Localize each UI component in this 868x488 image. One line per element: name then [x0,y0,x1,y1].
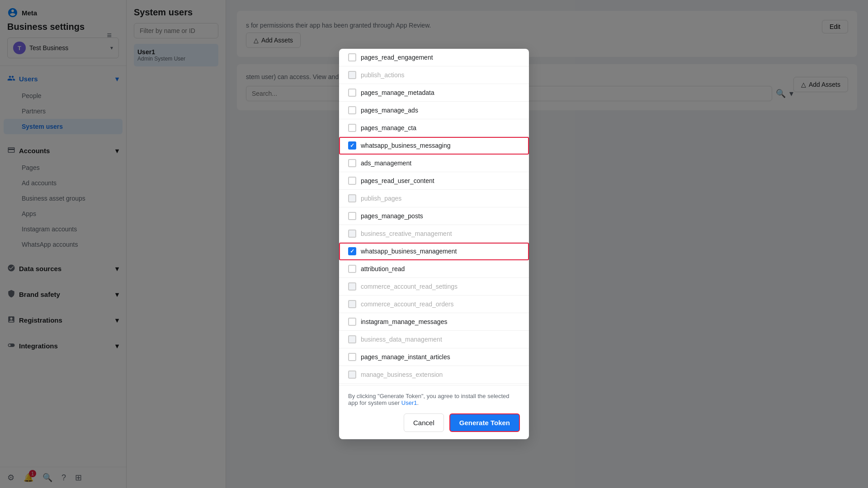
permission-item: pages_manage_posts [339,207,529,225]
permission-checkbox[interactable] [348,282,356,291]
permission-label: whatsapp_business_messaging [361,142,450,149]
permission-item: commerce_account_read_orders [339,296,529,313]
permission-item: pages_read_user_content [339,172,529,190]
permission-item: ads_management [339,155,529,172]
permission-checkbox[interactable] [348,194,356,202]
permission-label: attribution_read [361,265,405,272]
permission-checkbox[interactable] [348,89,356,97]
permission-item: whatsapp_business_management [339,243,529,260]
permission-checkbox[interactable] [348,265,356,273]
modal-footer: By clicking "Generate Token", you agree … [339,385,529,439]
footer-suffix: . [417,399,419,406]
permission-checkbox[interactable] [348,371,356,379]
modal-overlay: pages_read_engagementpublish_actionspage… [0,0,868,488]
permission-item: instagram_manage_messages [339,313,529,331]
permission-item: pages_manage_cta [339,119,529,137]
permission-item: pages_read_engagement [339,49,529,66]
permission-item: pages_manage_instant_articles [339,348,529,366]
footer-user-link[interactable]: User1 [401,399,417,406]
modal-actions: Cancel Generate Token [348,413,520,432]
permission-label: pages_manage_metadata [361,89,434,96]
permission-label: pages_read_engagement [361,54,433,61]
permission-checkbox[interactable] [348,71,356,79]
permission-checkbox[interactable] [348,53,356,61]
permission-checkbox[interactable] [348,318,356,326]
cancel-button[interactable]: Cancel [404,413,444,432]
permission-checkbox[interactable] [348,247,356,255]
permission-label: commerce_account_read_settings [361,283,458,290]
permission-label: pages_manage_cta [361,124,416,131]
permission-checkbox[interactable] [348,300,356,308]
permission-item: attribution_read [339,260,529,278]
permission-checkbox[interactable] [348,335,356,343]
permission-label: whatsapp_business_management [361,248,457,255]
permission-item: publish_pages [339,190,529,207]
permission-item: pages_manage_metadata [339,84,529,102]
permission-label: commerce_account_read_orders [361,300,453,308]
permission-label: publish_pages [361,195,401,202]
permission-item: pages_manage_ads [339,102,529,119]
permissions-modal: pages_read_engagementpublish_actionspage… [339,49,529,439]
permission-item: business_creative_management [339,225,529,243]
footer-prefix: By clicking "Generate Token", you agree … [348,393,509,406]
modal-footer-text: By clicking "Generate Token", you agree … [348,393,520,406]
permission-label: ads_management [361,160,411,167]
permission-checkbox[interactable] [348,106,356,114]
permission-checkbox[interactable] [348,177,356,185]
permission-label: instagram_manage_messages [361,318,447,325]
permission-checkbox[interactable] [348,141,356,150]
permission-label: manage_business_extension [361,371,443,378]
permission-label: pages_read_user_content [361,177,434,184]
permission-label: publish_actions [361,71,405,79]
permission-checkbox[interactable] [348,353,356,361]
permission-label: pages_manage_instant_articles [361,353,450,361]
permission-checkbox[interactable] [348,230,356,238]
permission-checkbox[interactable] [348,212,356,220]
permission-label: business_creative_management [361,230,452,237]
permission-item: commerce_account_read_settings [339,278,529,296]
modal-body: pages_read_engagementpublish_actionspage… [339,49,529,385]
generate-token-button[interactable]: Generate Token [449,413,520,432]
permission-item: manage_business_extension [339,366,529,384]
permission-item: publish_actions [339,66,529,84]
permission-label: pages_manage_ads [361,107,418,114]
permission-label: business_data_management [361,336,442,343]
permission-item: business_data_management [339,331,529,348]
permission-checkbox[interactable] [348,159,356,167]
permission-item: whatsapp_business_messaging [339,137,529,155]
permission-label: pages_manage_posts [361,212,423,220]
permission-checkbox[interactable] [348,124,356,132]
